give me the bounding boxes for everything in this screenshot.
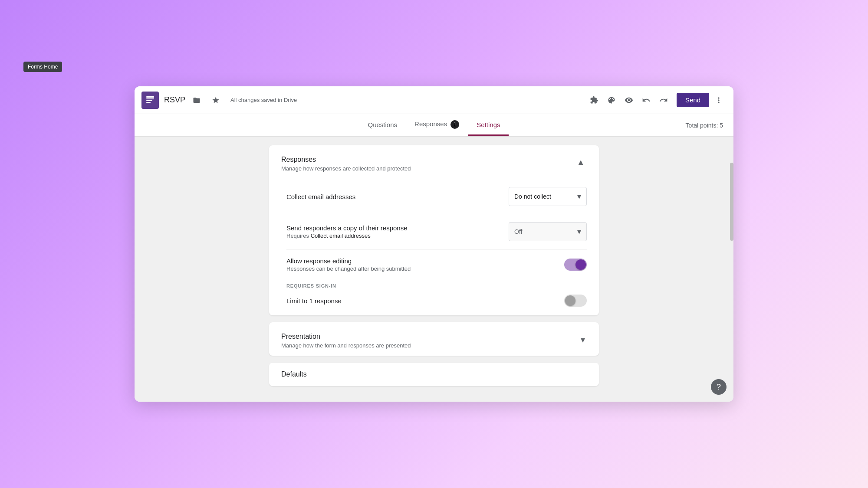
folder-button[interactable] [189, 92, 204, 108]
nav-tabs: Questions Responses 1 Settings Total poi… [135, 114, 733, 137]
send-copy-row: Send responders a copy of their response… [269, 214, 599, 249]
svg-rect-2 [146, 100, 152, 101]
allow-editing-row: Allow response editing Responses can be … [269, 249, 599, 280]
presentation-subtitle: Manage how the form and responses are pr… [281, 342, 411, 349]
allow-editing-toggle[interactable] [564, 259, 587, 271]
svg-rect-3 [146, 102, 151, 103]
send-copy-label: Send responders a copy of their response… [286, 224, 408, 239]
help-button[interactable]: ? [711, 379, 727, 395]
responses-header-text: Responses Manage how responses are colle… [281, 156, 411, 172]
limit-response-label: Limit to 1 response [286, 297, 342, 305]
save-status: All changes saved in Drive [230, 97, 297, 103]
toolbar-right: Send [586, 92, 727, 108]
redo-button[interactable] [656, 92, 671, 108]
responses-collapse-button[interactable]: ▲ [575, 156, 587, 169]
limit-response-toggle[interactable] [564, 295, 587, 307]
send-button[interactable]: Send [677, 93, 709, 107]
undo-button[interactable] [638, 92, 654, 108]
collect-email-value: Do not collect [514, 193, 551, 200]
toolbar-left: RSVP All changes saved in Drive [141, 92, 586, 109]
presentation-title: Presentation [281, 333, 411, 341]
send-copy-sublabel-link: Collect email addresses [311, 233, 371, 239]
presentation-expand-button[interactable]: ▾ [579, 333, 587, 347]
collect-email-arrow: ▾ [577, 192, 581, 201]
svg-rect-0 [146, 96, 154, 98]
collect-email-row: Collect email addresses Do not collect ▾ [269, 179, 599, 214]
send-copy-arrow: ▾ [577, 227, 581, 236]
defaults-title: Defaults [281, 370, 587, 378]
requires-sign-in-label: REQUIRES SIGN-IN [269, 280, 599, 290]
limit-response-thumb [565, 295, 575, 306]
allow-editing-sublabel: Responses can be changed after being sub… [286, 265, 411, 272]
presentation-section-card: Presentation Manage how the form and res… [269, 322, 599, 356]
tab-questions[interactable]: Questions [359, 115, 406, 136]
collect-email-dropdown[interactable]: Do not collect ▾ [509, 187, 587, 206]
scrollbar-thumb [730, 163, 733, 241]
app-icon [141, 92, 159, 109]
main-content: Responses Manage how responses are colle… [135, 137, 733, 402]
defaults-section-card: Defaults [269, 363, 599, 386]
tab-responses[interactable]: Responses 1 [406, 114, 468, 136]
responses-title: Responses [281, 156, 411, 164]
collect-email-label: Collect email addresses [286, 193, 355, 200]
responses-badge: 1 [450, 120, 459, 129]
responses-section-card: Responses Manage how responses are colle… [269, 145, 599, 315]
responses-subtitle: Manage how responses are collected and p… [281, 165, 411, 172]
browser-window: RSVP All changes saved in Drive [135, 86, 733, 402]
limit-response-row: Limit to 1 response [269, 290, 599, 315]
toolbar: RSVP All changes saved in Drive [135, 86, 733, 114]
scrollbar[interactable] [730, 137, 733, 402]
forms-icon [145, 95, 155, 105]
send-copy-value: Off [514, 228, 522, 235]
addon-button[interactable] [586, 92, 602, 108]
palette-button[interactable] [604, 92, 619, 108]
presentation-header-text: Presentation Manage how the form and res… [281, 333, 411, 349]
allow-editing-thumb [575, 259, 586, 270]
responses-card-header[interactable]: Responses Manage how responses are colle… [269, 145, 599, 179]
svg-rect-1 [146, 98, 154, 99]
form-title: RSVP [164, 95, 185, 105]
allow-editing-label: Allow response editing Responses can be … [286, 257, 411, 272]
send-copy-sublabel: Requires Collect email addresses [286, 233, 408, 239]
preview-button[interactable] [621, 92, 637, 108]
more-options-button[interactable] [711, 92, 727, 108]
tab-settings[interactable]: Settings [468, 115, 509, 136]
total-points: Total points: 5 [686, 122, 723, 129]
send-copy-dropdown[interactable]: Off ▾ [509, 222, 587, 241]
presentation-card-header[interactable]: Presentation Manage how the form and res… [269, 322, 599, 356]
star-button[interactable] [208, 92, 224, 108]
